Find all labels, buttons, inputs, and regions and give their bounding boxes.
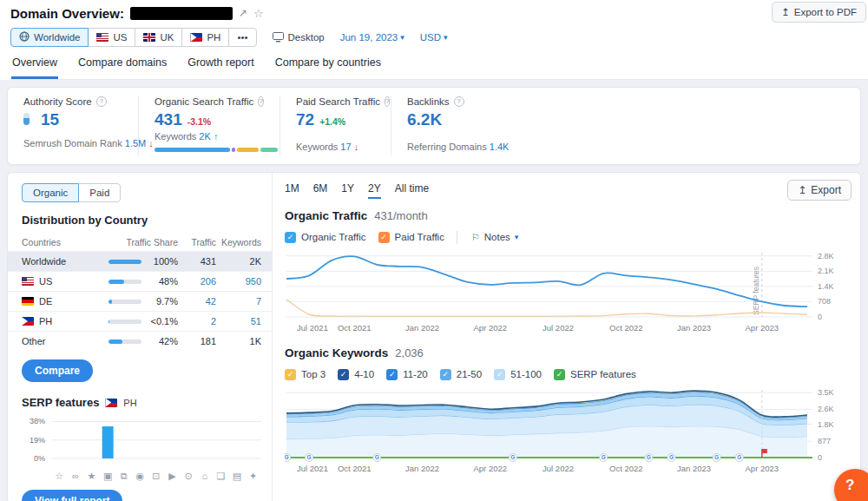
compare-button[interactable]: Compare: [22, 359, 93, 382]
svg-text:Jul 2021: Jul 2021: [297, 464, 328, 473]
notes-dropdown[interactable]: ⚐Notes▾: [471, 232, 518, 243]
info-icon[interactable]: ?: [96, 96, 107, 107]
intent-segment-transactional: [260, 148, 278, 152]
organic-keywords-chart: 3.5K2.6K1.8K8770GGGGGGGGGJul 2021Oct 202…: [285, 383, 851, 482]
organic-paid-toggle: OrganicPaid: [22, 183, 121, 202]
intent-segment-navigational: [232, 148, 235, 152]
traffic-share-bar: [108, 280, 141, 284]
legend-organic-traffic[interactable]: ✓Organic Traffic: [285, 232, 366, 243]
legend-top-3[interactable]: ✓Top 3: [285, 369, 326, 380]
trend-charts-panel: 1M6M1Y2YAll time ↥ Export Organic Traffi…: [273, 173, 860, 501]
svg-text:Oct 2022: Oct 2022: [609, 323, 643, 333]
featured-video-icon[interactable]: ⊡: [148, 471, 165, 482]
table-row-worldwide[interactable]: Worldwide100%4312K: [8, 251, 272, 271]
region-tab-uk[interactable]: UK: [135, 28, 182, 47]
keywords-value[interactable]: 51: [216, 316, 261, 326]
instant-answer-icon[interactable]: ⌂: [196, 471, 213, 482]
keywords-value[interactable]: 950: [216, 276, 261, 287]
trend-up-icon: ↑: [214, 131, 219, 142]
traffic-value[interactable]: 206: [178, 276, 216, 287]
intent-segment-commercial: [237, 148, 258, 152]
traffic-value[interactable]: 42: [178, 296, 216, 307]
traffic-share-bar-fill: [108, 300, 112, 304]
nav-tab-compare-domains[interactable]: Compare domains: [77, 56, 168, 79]
legend-21-50[interactable]: ✓21-50: [440, 369, 482, 380]
export-to-pdf-button[interactable]: ↥ Export to PDF: [772, 2, 866, 23]
currency-selector[interactable]: USD ▾: [420, 32, 448, 43]
star-rating-icon[interactable]: ★: [83, 471, 100, 482]
traffic-value[interactable]: 2: [178, 316, 216, 326]
svg-text:G: G: [737, 454, 741, 460]
intent-segment-informational: [155, 148, 230, 152]
range-tab-1y[interactable]: 1Y: [341, 182, 354, 199]
us-flag-icon: [96, 33, 108, 42]
keywords-value[interactable]: 7: [216, 296, 261, 307]
upload-icon: ↥: [798, 184, 806, 196]
backlinks-metric: Backlinks? 6.2K Referring Domains 1.4K: [391, 96, 860, 155]
jobs-icon[interactable]: ▤: [229, 471, 246, 482]
svg-text:Apr 2023: Apr 2023: [746, 323, 779, 333]
nav-tab-overview[interactable]: Overview: [11, 56, 58, 79]
table-row-other[interactable]: Other42%1811K: [8, 331, 272, 351]
info-icon[interactable]: ?: [385, 96, 390, 107]
traffic-value: 431: [178, 256, 216, 267]
info-icon[interactable]: ?: [258, 96, 264, 107]
organic-traffic-value[interactable]: 431: [155, 110, 182, 129]
toggle-organic[interactable]: Organic: [22, 183, 79, 202]
region-tab-ph[interactable]: PH: [181, 28, 229, 47]
region-tab-us[interactable]: US: [88, 28, 135, 47]
video-icon[interactable]: ◉: [132, 471, 148, 482]
video-carousel-icon[interactable]: ▶: [164, 471, 181, 482]
legend-serp-features[interactable]: ✓SERP features: [554, 369, 636, 380]
toggle-paid[interactable]: Paid: [78, 183, 121, 202]
traffic-share-bar: [108, 320, 141, 324]
svg-text:Jan 2023: Jan 2023: [677, 464, 711, 473]
date-selector[interactable]: Jun 19, 2023 ▾: [340, 32, 404, 43]
external-link-icon[interactable]: ↗: [239, 8, 247, 18]
table-row-ph[interactable]: PH<0.1%251: [8, 311, 272, 331]
image-pack-icon[interactable]: ⧉: [115, 471, 132, 482]
traffic-share-value: 42%: [141, 336, 178, 346]
nav-tab-growth-report[interactable]: Growth report: [187, 56, 254, 79]
local-pack-icon[interactable]: ⊙: [181, 471, 197, 482]
range-tab-6m[interactable]: 6M: [313, 182, 328, 199]
region-tab-more-icon[interactable]: •••: [228, 28, 256, 47]
knowledge-panel-icon[interactable]: ❏: [213, 471, 229, 482]
svg-text:1.8K: 1.8K: [818, 420, 834, 429]
view-full-report-button[interactable]: View full report: [22, 490, 122, 501]
legend-51-100[interactable]: ✓51-100: [494, 369, 542, 380]
twitter-icon[interactable]: ✦: [245, 471, 261, 482]
nav-tab-compare-by-countries[interactable]: Compare by countries: [274, 56, 382, 79]
images-icon[interactable]: ▣: [100, 471, 116, 482]
sitelinks-icon[interactable]: ∞: [68, 471, 84, 482]
table-row-us[interactable]: US48%206950: [8, 271, 272, 291]
export-button[interactable]: ↥ Export: [787, 180, 852, 201]
range-tab-all-time[interactable]: All time: [395, 182, 429, 199]
keywords-value: 2K: [216, 256, 261, 267]
backlinks-value[interactable]: 6.2K: [407, 110, 442, 129]
info-icon[interactable]: ?: [454, 96, 464, 107]
region-tab-worldwide[interactable]: Worldwide: [10, 28, 89, 47]
legend-11-20[interactable]: ✓11-20: [386, 369, 428, 380]
region-tab-label: US: [113, 32, 127, 43]
domain-overview-page: Domain Overview: ↗ ☆ ↥ Export to PDF Wor…: [0, 0, 868, 501]
svg-text:SERP features: SERP features: [752, 267, 760, 315]
traffic-value: 181: [178, 336, 216, 346]
paid-traffic-value[interactable]: 72: [296, 110, 314, 129]
device-selector[interactable]: Desktop: [273, 32, 325, 43]
table-row-de[interactable]: DE9.7%427: [8, 291, 272, 311]
favorite-star-icon[interactable]: ☆: [253, 8, 264, 19]
reviews-icon[interactable]: ☆: [51, 471, 68, 482]
traffic-share-value: <0.1%: [141, 316, 178, 326]
ph-flag-icon: [22, 317, 34, 326]
legend-4-10[interactable]: ✓4-10: [338, 369, 374, 380]
range-tab-2y[interactable]: 2Y: [368, 182, 381, 199]
traffic-share-value: 100%: [141, 256, 178, 267]
range-tab-1m[interactable]: 1M: [285, 182, 299, 199]
legend-paid-traffic[interactable]: ✓Paid Traffic: [378, 232, 444, 243]
chevron-down-icon: ▾: [515, 233, 519, 241]
serp-features-chart: 38%19%0%: [22, 412, 263, 466]
notes-flag-icon: ⚐: [471, 232, 480, 243]
traffic-share-bar: [108, 300, 141, 304]
authority-score-value: 15: [41, 110, 59, 129]
